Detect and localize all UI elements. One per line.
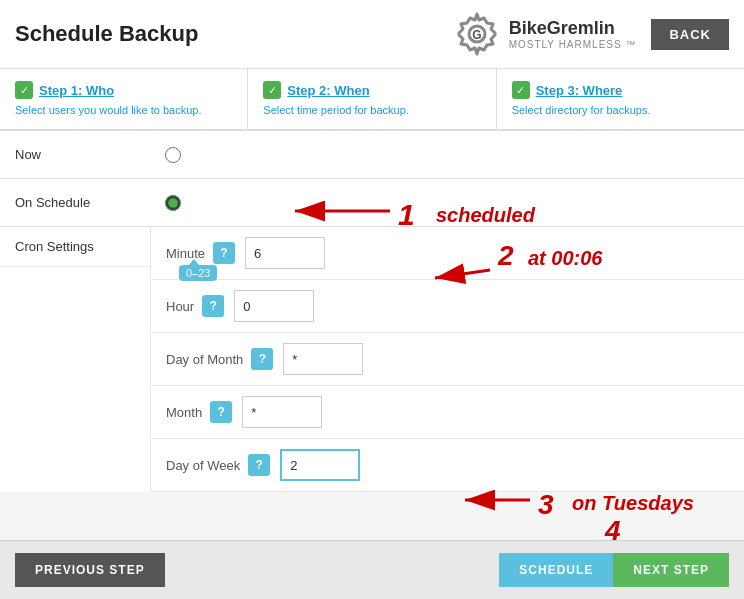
header: Schedule Backup G BikeGremlin MOSTLY HAR… xyxy=(0,0,744,69)
month-input[interactable] xyxy=(242,396,322,428)
step3-title[interactable]: Step 3: Where xyxy=(536,83,623,98)
step2-check: ✓ xyxy=(263,81,281,99)
day-of-week-inner: Day of Week ? xyxy=(151,439,375,491)
steps-bar: ✓ Step 1: Who Select users you would lik… xyxy=(0,69,744,131)
main-container: Schedule Backup G BikeGremlin MOSTLY HAR… xyxy=(0,0,744,599)
hour-label: Hour xyxy=(166,299,202,314)
previous-step-button[interactable]: PREVIOUS STEP xyxy=(15,553,165,587)
day-of-month-row: Day of Month ? xyxy=(151,333,744,386)
step1-header: ✓ Step 1: Who xyxy=(15,81,232,99)
cron-label-row: Cron Settings Minute ? 0–23 Hour ? xyxy=(0,227,744,492)
step2-title[interactable]: Step 2: When xyxy=(287,83,369,98)
minute-help-button[interactable]: ? xyxy=(213,242,235,264)
day-of-month-label: Day of Month xyxy=(166,352,251,367)
step-item-1: ✓ Step 1: Who Select users you would lik… xyxy=(0,69,248,129)
logo-area: G BikeGremlin MOSTLY HARMLESS ™ xyxy=(453,10,637,58)
day-of-week-help-button[interactable]: ? xyxy=(248,454,270,476)
minute-row: Minute ? 0–23 xyxy=(151,227,744,280)
logo-text: BikeGremlin MOSTLY HARMLESS ™ xyxy=(509,18,637,50)
step3-check: ✓ xyxy=(512,81,530,99)
day-of-month-input[interactable] xyxy=(283,343,363,375)
on-schedule-label: On Schedule xyxy=(0,183,150,222)
day-of-week-label: Day of Week xyxy=(166,458,248,473)
schedule-button[interactable]: SCHEDULE xyxy=(499,553,613,587)
hour-row: Hour ? xyxy=(151,280,744,333)
svg-text:3: 3 xyxy=(538,489,554,520)
step-item-2: ✓ Step 2: When Select time period for ba… xyxy=(248,69,496,129)
now-label: Now xyxy=(0,135,150,174)
gear-icon: G xyxy=(453,10,501,58)
now-radio[interactable] xyxy=(165,147,181,163)
svg-text:on Tuesdays: on Tuesdays xyxy=(572,492,694,514)
logo-name: BikeGremlin xyxy=(509,18,615,39)
minute-tooltip: 0–23 xyxy=(179,265,217,281)
footer: PREVIOUS STEP SCHEDULE NEXT STEP xyxy=(0,540,744,599)
header-right: G BikeGremlin MOSTLY HARMLESS ™ BACK xyxy=(453,10,729,58)
day-of-week-row: Day of Week ? xyxy=(151,439,744,492)
svg-text:G: G xyxy=(472,28,481,42)
cron-section-label: Cron Settings xyxy=(0,227,150,267)
footer-buttons: SCHEDULE NEXT STEP xyxy=(499,553,729,587)
month-row: Month ? xyxy=(151,386,744,439)
step2-desc: Select time period for backup. xyxy=(263,103,480,117)
page-title: Schedule Backup xyxy=(15,21,198,47)
now-row: Now xyxy=(0,131,744,179)
hour-input[interactable] xyxy=(234,290,314,322)
step3-desc: Select directory for backups. xyxy=(512,103,729,117)
step2-header: ✓ Step 2: When xyxy=(263,81,480,99)
on-schedule-radio-area xyxy=(150,183,744,223)
hour-inner: Hour ? xyxy=(151,280,329,332)
back-button[interactable]: BACK xyxy=(651,19,729,50)
logo-tagline: MOSTLY HARMLESS ™ xyxy=(509,39,637,50)
month-help-button[interactable]: ? xyxy=(210,401,232,423)
minute-input[interactable] xyxy=(245,237,325,269)
cron-fields: Minute ? 0–23 Hour ? xyxy=(150,227,744,492)
step1-title[interactable]: Step 1: Who xyxy=(39,83,114,98)
on-schedule-row: On Schedule xyxy=(0,179,744,227)
step3-header: ✓ Step 3: Where xyxy=(512,81,729,99)
content-area: Now On Schedule Cron Settings Minute ? xyxy=(0,131,744,492)
step-item-3: ✓ Step 3: Where Select directory for bac… xyxy=(497,69,744,129)
day-of-month-help-button[interactable]: ? xyxy=(251,348,273,370)
day-of-month-inner: Day of Month ? xyxy=(151,333,378,385)
month-inner: Month ? xyxy=(151,386,337,438)
minute-inner: Minute ? 0–23 xyxy=(151,227,340,279)
hour-help-button[interactable]: ? xyxy=(202,295,224,317)
step1-desc: Select users you would like to backup. xyxy=(15,103,232,117)
month-label: Month xyxy=(166,405,210,420)
next-step-button[interactable]: NEXT STEP xyxy=(613,553,729,587)
step1-check: ✓ xyxy=(15,81,33,99)
now-radio-area xyxy=(150,135,744,175)
on-schedule-radio[interactable] xyxy=(165,195,181,211)
day-of-week-input[interactable] xyxy=(280,449,360,481)
